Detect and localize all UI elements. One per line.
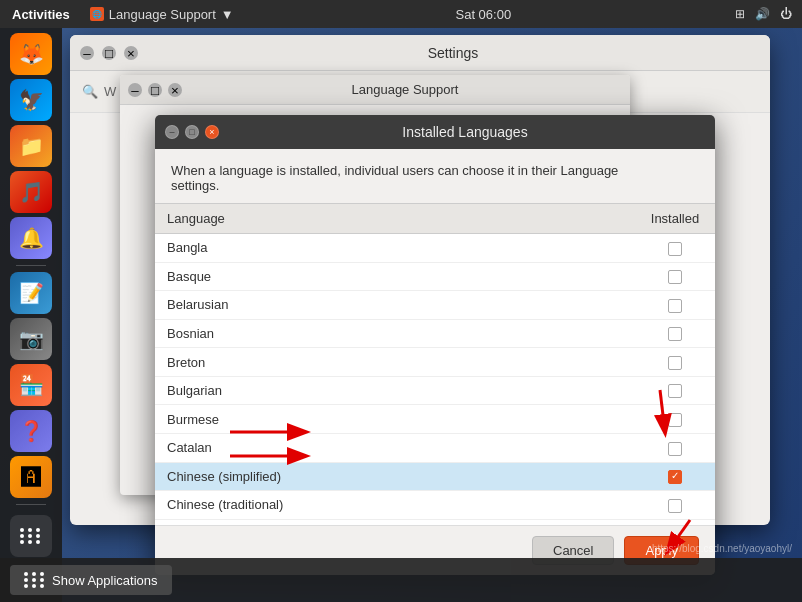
search-icon: 🔍 <box>82 84 98 99</box>
table-row[interactable]: Belarusian <box>155 291 715 320</box>
dialog-close-btn[interactable]: × <box>205 125 219 139</box>
lang-support-close-btn[interactable]: × <box>168 83 182 97</box>
grid-icon <box>24 572 46 588</box>
dock-rhythmbox[interactable]: 🎵 <box>10 171 52 213</box>
table-row[interactable]: Bangla <box>155 234 715 263</box>
topbar: Activities 🌐 Language Support ▼ Sat 06:0… <box>0 0 802 28</box>
installed-checkbox-cell[interactable] <box>635 433 715 462</box>
settings-close-btn[interactable]: × <box>124 46 138 60</box>
volume-icon[interactable]: 🔊 <box>755 7 770 21</box>
dock-installer[interactable]: 🏪 <box>10 364 52 406</box>
language-name-cell: Chinese (simplified) <box>155 462 635 491</box>
network-icon[interactable]: ⊞ <box>735 7 745 21</box>
dialog-info: When a language is installed, individual… <box>155 149 715 203</box>
search-label: W <box>104 84 116 99</box>
language-column-header: Language <box>155 204 635 234</box>
lang-support-minimize-btn[interactable]: – <box>128 83 142 97</box>
language-name-cell: Basque <box>155 262 635 291</box>
table-row[interactable]: Burmese <box>155 405 715 434</box>
language-checkbox[interactable] <box>668 327 682 341</box>
installed-checkbox-cell[interactable] <box>635 376 715 405</box>
language-checkbox[interactable] <box>668 356 682 370</box>
dock-thunderbird[interactable]: 🦅 <box>10 79 52 121</box>
dialog-minimize-btn[interactable]: – <box>165 125 179 139</box>
activities-button[interactable]: Activities <box>0 7 82 22</box>
table-row[interactable]: Chinese (traditional) <box>155 491 715 520</box>
bottom-bar: Show Applications <box>0 558 802 602</box>
topbar-dropdown-arrow: ▼ <box>221 7 234 22</box>
installed-checkbox-cell[interactable] <box>635 234 715 263</box>
language-name-cell: Bangla <box>155 234 635 263</box>
table-row[interactable]: Bosnian <box>155 319 715 348</box>
language-checkbox[interactable] <box>668 413 682 427</box>
topbar-right: ⊞ 🔊 ⏻ <box>725 7 802 21</box>
language-name-cell: Belarusian <box>155 291 635 320</box>
settings-search[interactable]: 🔍 W <box>82 84 116 99</box>
settings-titlebar: – □ × Settings <box>70 35 770 71</box>
language-name-cell: Chinese (traditional) <box>155 491 635 520</box>
language-checkbox[interactable] <box>668 470 682 484</box>
dialog-maximize-btn[interactable]: □ <box>185 125 199 139</box>
table-row[interactable]: Catalan <box>155 433 715 462</box>
topbar-app-name: Language Support <box>109 7 216 22</box>
dialog-info-line2: settings. <box>171 178 219 193</box>
language-checkbox[interactable] <box>668 242 682 256</box>
table-row[interactable]: Bulgarian <box>155 376 715 405</box>
lang-support-title: Language Support <box>188 82 622 97</box>
bottom-url: https://blog.csdn.net/yaoyaohyl/ <box>652 543 792 554</box>
table-row[interactable]: Chinese (simplified) <box>155 462 715 491</box>
dock-separator <box>16 265 46 266</box>
installed-checkbox-cell[interactable] <box>635 491 715 520</box>
app-icon: 🌐 <box>90 7 104 21</box>
language-table-body: BanglaBasqueBelarusianBosnianBretonBulga… <box>155 234 715 526</box>
dock-grid[interactable] <box>10 515 52 557</box>
lang-support-titlebar: – □ × Language Support <box>120 75 630 105</box>
settings-maximize-btn[interactable]: □ <box>102 46 116 60</box>
dock-files[interactable]: 📁 <box>10 125 52 167</box>
installed-checkbox-cell[interactable] <box>635 291 715 320</box>
language-checkbox[interactable] <box>668 499 682 513</box>
dialog-title: Installed Languages <box>225 124 705 140</box>
language-name-cell: Burmese <box>155 405 635 434</box>
dialog-titlebar: – □ × Installed Languages <box>155 115 715 149</box>
installed-checkbox-cell[interactable] <box>635 462 715 491</box>
power-icon[interactable]: ⏻ <box>780 7 792 21</box>
language-table-container[interactable]: Language Installed BanglaBasqueBelarusia… <box>155 203 715 525</box>
installed-column-header: Installed <box>635 204 715 234</box>
show-applications-label: Show Applications <box>52 573 158 588</box>
settings-window-title: Settings <box>146 45 760 61</box>
settings-minimize-btn[interactable]: – <box>80 46 94 60</box>
installed-checkbox-cell[interactable] <box>635 348 715 377</box>
dock-writer[interactable]: 📝 <box>10 272 52 314</box>
dialog-info-line1: When a language is installed, individual… <box>171 163 618 178</box>
installed-checkbox-cell[interactable] <box>635 319 715 348</box>
table-row[interactable]: Breton <box>155 348 715 377</box>
dialog-body: When a language is installed, individual… <box>155 149 715 525</box>
language-name-cell: Bosnian <box>155 319 635 348</box>
language-checkbox[interactable] <box>668 270 682 284</box>
language-name-cell: Catalan <box>155 433 635 462</box>
table-header-row: Language Installed <box>155 204 715 234</box>
dock-photo[interactable]: 📷 <box>10 318 52 360</box>
dock-separator-2 <box>16 504 46 505</box>
language-name-cell: Breton <box>155 348 635 377</box>
language-checkbox[interactable] <box>668 442 682 456</box>
installed-checkbox-cell[interactable] <box>635 262 715 291</box>
dock-notifications[interactable]: 🔔 <box>10 217 52 259</box>
installed-checkbox-cell[interactable] <box>635 405 715 434</box>
language-checkbox[interactable] <box>668 299 682 313</box>
show-applications-button[interactable]: Show Applications <box>10 565 172 595</box>
dock-firefox[interactable]: 🦊 <box>10 33 52 75</box>
topbar-clock: Sat 06:00 <box>242 7 725 22</box>
dock: 🦊 🦅 📁 🎵 🔔 📝 📷 🏪 ❓ 🅰 <box>0 28 62 602</box>
language-checkbox[interactable] <box>668 384 682 398</box>
installed-languages-dialog: – □ × Installed Languages When a languag… <box>155 115 715 575</box>
language-table: Language Installed BanglaBasqueBelarusia… <box>155 204 715 525</box>
dock-help[interactable]: ❓ <box>10 410 52 452</box>
table-row[interactable]: Basque <box>155 262 715 291</box>
lang-support-maximize-btn[interactable]: □ <box>148 83 162 97</box>
language-name-cell: Bulgarian <box>155 376 635 405</box>
dock-amazon[interactable]: 🅰 <box>10 456 52 498</box>
topbar-app[interactable]: 🌐 Language Support ▼ <box>82 7 242 22</box>
